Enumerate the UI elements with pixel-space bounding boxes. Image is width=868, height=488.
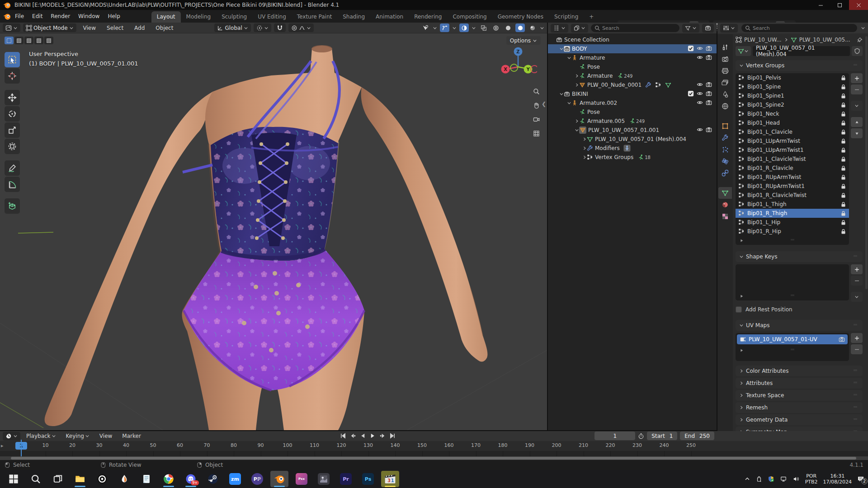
expand-right-icon[interactable] xyxy=(575,119,579,123)
outliner-item-label[interactable]: Pose xyxy=(587,64,600,70)
vertex-group-row[interactable]: Bip01_LUpArmTwist xyxy=(736,136,849,145)
timeline-ruler[interactable]: 1020304050607080901001101201301401501601… xyxy=(0,441,868,451)
viewport-menu-select[interactable]: Select xyxy=(103,23,127,33)
properties-tab-modifiers[interactable] xyxy=(718,132,732,144)
outliner-row-modifiers[interactable]: Modifiers xyxy=(548,144,717,153)
uv-map-name[interactable]: PLW_10_UW_0057_01-UV xyxy=(749,336,817,343)
vertex-group-name[interactable]: Bip01_R_ClavicleTwist xyxy=(747,192,807,198)
properties-tab-viewlayer[interactable] xyxy=(718,77,732,89)
outliner-item-label[interactable]: Armature.005 xyxy=(587,118,625,124)
lock-icon[interactable] xyxy=(840,211,846,216)
outliner-row-plw-10-uw-0057-01-001[interactable]: PLW_10_UW_0057_01.001 xyxy=(548,126,717,135)
taskbar-mpc-hc-button[interactable]: 31 xyxy=(381,471,399,487)
list-filter-footer[interactable] xyxy=(736,346,849,355)
panel-vertex-groups[interactable]: Vertex Groups xyxy=(736,60,863,71)
disable-render-toggle[interactable] xyxy=(706,127,712,134)
viewport-menu-view[interactable]: View xyxy=(79,23,100,33)
lock-icon[interactable] xyxy=(840,174,846,180)
add-rest-position-checkbox[interactable] xyxy=(736,306,742,313)
tool-measure-button[interactable] xyxy=(5,177,20,192)
grip-icon[interactable] xyxy=(852,255,859,258)
vertex-group-name[interactable]: Bip01_Pelvis xyxy=(747,75,781,81)
vertex-group-name[interactable]: Bip01_Spine xyxy=(747,84,781,90)
tool-select-box-button[interactable] xyxy=(5,52,20,67)
fake-user-shield-button[interactable] xyxy=(852,46,863,56)
expand-right-icon[interactable] xyxy=(582,137,587,141)
navigation-gizmo[interactable]: Z X Y xyxy=(499,46,537,81)
show-gizmo-button[interactable] xyxy=(440,23,449,32)
taskbar-pxx-app-button[interactable]: Pxx xyxy=(292,471,311,487)
select-mode-extend-button[interactable] xyxy=(14,37,24,44)
orientation-selector[interactable]: Global xyxy=(214,23,250,32)
orthographic-grid-control[interactable] xyxy=(533,130,540,139)
shape-key-specials-button[interactable] xyxy=(851,292,863,302)
disable-render-toggle[interactable] xyxy=(706,90,712,98)
properties-tab-world[interactable] xyxy=(718,100,732,112)
outliner-item-label[interactable]: BIKINI xyxy=(572,91,588,97)
disable-render-toggle[interactable] xyxy=(706,54,712,62)
grip-icon[interactable] xyxy=(789,348,796,352)
grip-icon[interactable] xyxy=(852,394,859,397)
properties-options-icon[interactable] xyxy=(861,26,865,30)
pan-control[interactable] xyxy=(533,102,540,111)
taskbar-zoom-button[interactable]: zm xyxy=(226,471,244,487)
uv-map-row[interactable]: PLW_10_UW_0057_01-UV xyxy=(737,334,848,344)
chevron-down-icon[interactable] xyxy=(452,26,457,30)
taskbar-insta360-button[interactable] xyxy=(93,471,111,487)
panel-collapse-icon[interactable]: ❮ xyxy=(542,101,546,107)
select-mode-intersect-button[interactable] xyxy=(44,37,53,44)
outliner-row-armature-005[interactable]: Armature.005249 xyxy=(548,117,717,126)
chevron-down-icon[interactable] xyxy=(540,26,544,30)
properties-tab-render[interactable] xyxy=(718,53,732,65)
grip-icon[interactable] xyxy=(852,418,859,422)
outliner-row-armature[interactable]: Armature249 xyxy=(548,71,717,80)
add-workspace-button[interactable]: + xyxy=(584,11,599,23)
tool-add-cube-button[interactable] xyxy=(5,198,20,214)
vertex-group-row[interactable]: Bip01_R_Clavicle xyxy=(736,164,849,173)
expand-right-icon[interactable] xyxy=(582,155,587,160)
hide-viewport-toggle[interactable] xyxy=(697,99,703,107)
outliner-row-pose[interactable]: Pose xyxy=(548,108,717,117)
outliner-row-armature-002[interactable]: Armature.002 xyxy=(548,99,717,108)
grip-icon[interactable] xyxy=(852,406,859,409)
expand-right-icon[interactable] xyxy=(575,83,579,87)
lock-icon[interactable] xyxy=(840,202,846,207)
outliner-display-mode[interactable] xyxy=(571,24,588,33)
outliner-row-scene-collection[interactable]: Scene Collection xyxy=(548,35,717,44)
outliner-item-label[interactable]: BODY xyxy=(572,46,587,52)
exclude-checkbox[interactable] xyxy=(688,90,694,98)
current-frame-field[interactable]: 1 xyxy=(594,432,635,440)
viewport-3d[interactable]: Object ModeViewSelectAddObjectGlobal xyxy=(0,23,547,430)
blender-menu-logo-icon[interactable] xyxy=(3,12,11,20)
outliner-item-label[interactable]: Pose xyxy=(587,109,600,115)
properties-tab-particles[interactable] xyxy=(718,144,732,155)
workspace-tab-compositing[interactable]: Compositing xyxy=(447,11,492,23)
taskbar-start-button[interactable] xyxy=(5,471,23,487)
disable-render-toggle[interactable] xyxy=(706,81,712,89)
panel-geometry-data[interactable]: Geometry Data xyxy=(736,414,863,425)
grip-icon[interactable] xyxy=(852,64,859,67)
workspace-tab-geometry-nodes[interactable]: Geometry Nodes xyxy=(492,11,549,23)
panel-texture-space[interactable]: Texture Space xyxy=(736,390,863,401)
usb-device-icon[interactable] xyxy=(756,475,762,483)
vertex-group-row[interactable]: Bip01_Spine1 xyxy=(736,91,849,100)
grip-icon[interactable] xyxy=(789,239,796,242)
tray-expand-button[interactable] xyxy=(744,476,750,482)
pivot-selector[interactable] xyxy=(254,23,271,32)
properties-tab-object[interactable] xyxy=(718,120,732,132)
hide-viewport-toggle[interactable] xyxy=(697,45,703,53)
taskbar-chrome-button[interactable] xyxy=(160,471,178,487)
expand-down-icon[interactable] xyxy=(567,56,571,60)
new-collection-button[interactable] xyxy=(702,24,714,33)
vertex-group-row[interactable]: Bip01_RUpArmTwist xyxy=(736,173,849,182)
vertex-group-row[interactable]: Bip01_Neck xyxy=(736,109,849,118)
active-render-camera-icon[interactable] xyxy=(839,336,845,343)
vertex-group-row[interactable]: Bip01_L_Thigh xyxy=(736,200,849,209)
lock-icon[interactable] xyxy=(840,84,846,90)
taskbar-search-button[interactable] xyxy=(27,471,45,487)
vertex-group-name[interactable]: Bip01_Neck xyxy=(747,111,779,117)
network-icon[interactable] xyxy=(780,476,787,482)
properties-tab-scene[interactable] xyxy=(718,89,732,100)
workspace-tab-layout[interactable]: Layout xyxy=(151,11,181,23)
volume-icon[interactable] xyxy=(793,476,800,482)
